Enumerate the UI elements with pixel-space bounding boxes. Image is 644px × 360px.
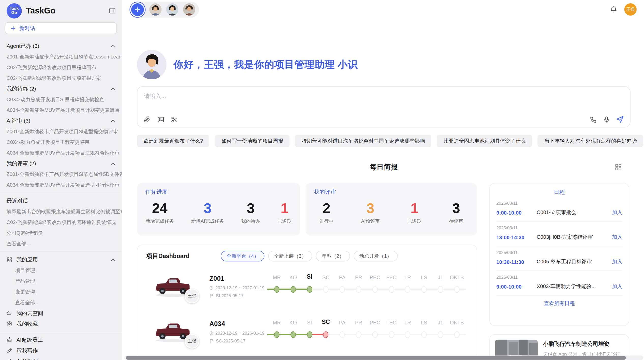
my-apps-header[interactable]: 我的应用 [0, 254, 122, 265]
section-header[interactable]: Agent已办 (3) [0, 41, 122, 51]
recent-chat-item[interactable]: 解释最新出台的欧盟报废车法规再生塑料比例被调至15%... [0, 206, 122, 217]
app-item[interactable]: 产品管理 [0, 276, 122, 287]
milestone-label: SC [322, 319, 330, 325]
schedule-date: 2025/03/11 [496, 250, 622, 255]
schedule-item[interactable]: 2025/03/11 9:00-10:00 X003-车辆动力学性能验... 加… [496, 271, 622, 296]
join-link[interactable]: 加入 [612, 283, 622, 290]
task-progress-card: 任务进度 24新增完成任务3新增AI完成任务3我的待办1已逾期 [137, 183, 300, 236]
suggestion-chip[interactable]: 当下年轻人对汽车外观有怎样的喜好趋势 [538, 135, 643, 147]
milestone-node [454, 286, 460, 293]
apps-grid-icon [7, 257, 12, 263]
schedule-item[interactable]: 2025/03/11 13:00-14:30 C003|H0B-方案冻结评审 加… [496, 222, 622, 246]
schedule-item[interactable]: 2025/03/11 9:00-10:00 C001-立项审批会 加入 [496, 197, 622, 221]
session-avatar-1[interactable] [149, 3, 162, 16]
conversation-item[interactable]: C0X4-动力总成开发项目SI里程碑提交物检查 [0, 94, 122, 105]
greeting-text: 你好，王强，我是你的项目管理助理 小识 [173, 58, 358, 71]
flag-icon [209, 339, 214, 343]
paperclip-icon[interactable] [143, 116, 151, 123]
scrollbar-thumb[interactable] [126, 356, 626, 360]
schedule-card: 日程 2025/03/11 9:00-10:00 C001-立项审批会 加入 2… [489, 183, 629, 326]
dashboard-tab[interactable]: 年型（2） [316, 251, 350, 261]
schedule-item[interactable]: 2025/03/11 10:30-11:30 C005-整车工程目标评审 加入 [496, 246, 622, 271]
section-header[interactable]: 我的评审 (2) [0, 158, 122, 169]
conversation-switcher [129, 2, 199, 18]
logo-text-line2: Go [11, 11, 17, 15]
milestone-node [356, 331, 361, 338]
suggestion-chip[interactable]: 如何写一份清晰的项目周报 [215, 135, 290, 147]
conversation-item[interactable]: A034-全新新能源MUV产品开发项目造型可行性评审 [0, 180, 122, 190]
image-icon[interactable] [157, 116, 165, 123]
chat-input[interactable] [144, 93, 623, 112]
milestone-timeline: MRKOSISCPAPRPECFECLRLSJ1OKTB [265, 272, 468, 301]
app-item[interactable]: 项目管理 [0, 265, 122, 276]
conversation-item[interactable]: Z001-全新燃油皮卡产品开发项目SI节点Lesson Learn报告 [0, 51, 122, 62]
main-area: 王强 你好，王强，我是你的项目管理助理 小识 [122, 0, 644, 360]
suggestion-chip[interactable]: 特朗普可能对进口汽车增税会对中国车企造成哪些影响 [295, 135, 432, 147]
view-all-schedule-link[interactable]: 查看所有日程 [496, 296, 622, 307]
stat: 3AI预评审 [361, 200, 380, 224]
phone-icon[interactable] [590, 116, 597, 123]
milestone-node [372, 286, 378, 293]
milestone-label: MR [273, 320, 281, 326]
milestone-node [340, 286, 345, 293]
sidebar-body: Agent已办 (3)Z001-全新燃油皮卡产品开发项目SI节点Lesson L… [0, 38, 122, 360]
milestone-label: KO [289, 275, 297, 280]
conversation-item[interactable]: A034-全新新能源MUV产品开发项目法规符合性评审 [0, 147, 122, 158]
milestone-node [421, 286, 427, 293]
session-avatar-2[interactable] [166, 3, 179, 16]
schedule-name: C003|H0B-方案冻结评审 [534, 234, 612, 241]
conversation-item[interactable]: A034-全新新能源MUV产品开发项目计划变更表编写 [0, 105, 122, 115]
project-row[interactable]: 王强 Z001 2023-12-19 ~ 2027-01-19 SI-2025-… [147, 267, 468, 306]
new-chat-button[interactable]: 新对话 [5, 22, 117, 34]
daily-briefing-title: 每日简报 [370, 163, 398, 171]
conversation-item[interactable]: Z001-全新燃油轻卡产品开发项目SI造型提交物评审 [0, 126, 122, 137]
conversation-item[interactable]: Z001-全新燃油轻卡产品开发项目SI节点属性5D文件评审 [0, 169, 122, 180]
conversation-item[interactable]: C02-飞腾新能源轻客改款项目立项汇报方案 [0, 73, 122, 83]
sidebar-item-cloud-space[interactable]: 我的云空间 [0, 308, 122, 319]
sidebar-tool-item[interactable]: 帮我写作 [0, 345, 122, 356]
collapse-sidebar-icon[interactable] [109, 7, 116, 14]
clock-icon [209, 286, 213, 290]
milestone-node [290, 286, 296, 293]
stat: 24新增完成任务 [145, 200, 174, 224]
user-avatar[interactable]: 王强 [624, 3, 637, 16]
app-item[interactable]: 查看全部... [0, 297, 122, 308]
join-link[interactable]: 加入 [612, 234, 622, 241]
divider [0, 252, 122, 252]
chat-composer [137, 86, 630, 128]
briefing-stat-cards: 任务进度 24新增完成任务3新增AI完成任务3我的待办1已逾期 我的评审 2进行… [137, 183, 477, 236]
microphone-icon[interactable] [603, 116, 610, 123]
section-header[interactable]: 我的待办 (2) [0, 83, 122, 94]
notification-bell-icon[interactable] [610, 6, 617, 13]
session-avatar-3[interactable] [183, 3, 196, 16]
suggestion-chip[interactable]: 欧洲新规最近颁布了什么? [137, 135, 209, 147]
suggestion-chip[interactable]: 比亚迪全固态电池计划具体说了什么 [437, 135, 532, 147]
milestone-label: LR [404, 320, 411, 326]
stat: 3待评审 [449, 200, 463, 224]
sidebar-tool-item[interactable]: 创意制图 [0, 356, 122, 360]
project-owner-badge: 王强 [185, 289, 199, 303]
project-row[interactable]: 王强 A034 2023-12-19 ~ 2026-01-19 SC-2025-… [147, 312, 468, 351]
layout-grid-icon[interactable] [615, 164, 622, 172]
section-header[interactable]: AI评审 (3) [0, 115, 122, 126]
scissors-icon[interactable] [171, 116, 178, 123]
send-icon[interactable] [616, 115, 624, 123]
sidebar-tool-item[interactable]: AI超级员工 [0, 335, 122, 345]
conversation-item[interactable]: C0X4-动力总成开发项目工程变更评审 [0, 137, 122, 147]
milestone-label: PR [355, 320, 362, 326]
join-link[interactable]: 加入 [612, 209, 622, 216]
recent-chat-item[interactable]: C02-飞腾新能源轻客改款项目的闭环通告反馈情况 [0, 217, 122, 228]
sidebar-item-favorites[interactable]: 我的收藏 [0, 319, 122, 329]
schedule-name: C005-整车工程目标评审 [534, 259, 612, 265]
milestone-node [323, 331, 329, 338]
join-link[interactable]: 加入 [612, 259, 622, 265]
recent-chat-item[interactable]: 查看全部... [0, 238, 122, 249]
conversation-item[interactable]: C02-飞腾新能源轻客改款项目里程碑画布 [0, 62, 122, 73]
dashboard-tab[interactable]: 全新上装（3） [268, 251, 312, 261]
new-session-button[interactable] [131, 3, 144, 16]
dashboard-tab[interactable]: 全新平台（4） [221, 251, 265, 261]
horizontal-scrollbar[interactable] [125, 356, 643, 360]
recent-chat-item[interactable]: 公司Q3轻卡销量 [0, 228, 122, 238]
app-item[interactable]: 变更管理 [0, 287, 122, 297]
dashboard-tab[interactable]: 动总开发（1） [354, 251, 398, 261]
